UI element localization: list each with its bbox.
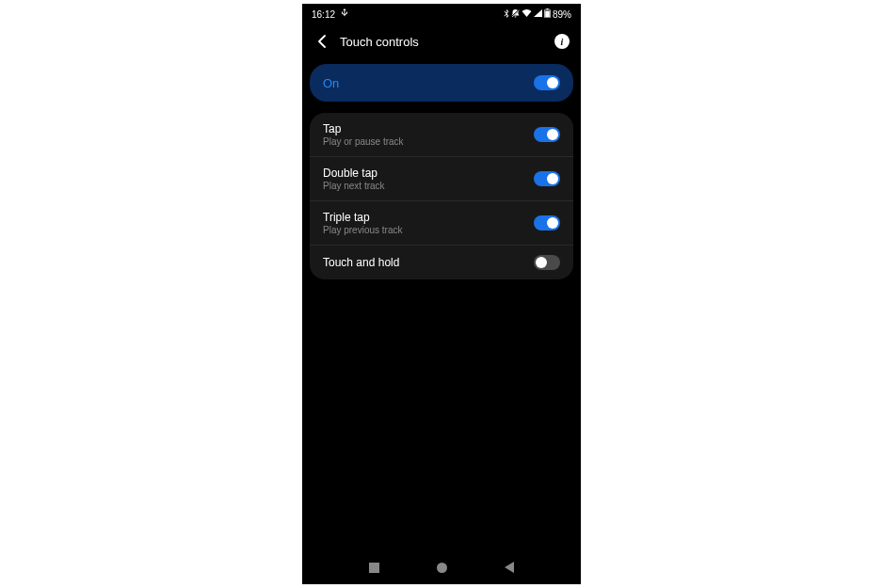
back-button[interactable]	[313, 34, 329, 49]
master-toggle-label: On	[323, 76, 339, 90]
status-time: 16:12	[312, 9, 335, 20]
nav-home-button[interactable]	[437, 563, 447, 573]
battery-icon	[544, 8, 551, 20]
battery-percent: 89%	[553, 9, 571, 20]
setting-description: Play next track	[323, 181, 385, 191]
toggle-knob	[547, 77, 558, 88]
setting-text: Double tap Play next track	[323, 167, 385, 191]
navigation-bar	[302, 550, 581, 584]
toggle-knob	[536, 257, 547, 268]
nav-back-button[interactable]	[505, 562, 514, 573]
status-left: 16:12	[312, 8, 348, 20]
master-toggle-row[interactable]: On	[310, 64, 573, 102]
setting-description: Play or pause track	[323, 136, 404, 147]
toggle-triple-tap[interactable]	[534, 215, 560, 230]
svg-rect-3	[546, 8, 548, 9]
signal-icon	[534, 9, 542, 19]
phone-screen: 16:12 89% Tou	[302, 4, 581, 584]
status-bar: 16:12 89%	[302, 4, 581, 24]
setting-row-triple-tap[interactable]: Triple tap Play previous track	[310, 201, 573, 246]
toggle-touch-hold[interactable]	[534, 255, 560, 270]
setting-row-double-tap[interactable]: Double tap Play next track	[310, 157, 573, 201]
toggle-knob	[547, 129, 558, 140]
setting-text: Touch and hold	[323, 256, 399, 269]
toggle-double-tap[interactable]	[534, 171, 560, 186]
setting-text: Triple tap Play previous track	[323, 211, 402, 235]
svg-rect-4	[545, 11, 550, 18]
settings-panel: Tap Play or pause track Double tap Play …	[310, 113, 573, 279]
setting-row-touch-hold[interactable]: Touch and hold	[310, 246, 573, 279]
setting-title: Triple tap	[323, 211, 402, 224]
app-header: Touch controls i	[302, 24, 581, 58]
setting-row-tap[interactable]: Tap Play or pause track	[310, 113, 573, 157]
master-toggle-switch[interactable]	[534, 75, 560, 90]
setting-description: Play previous track	[323, 225, 402, 235]
usb-icon	[341, 8, 348, 20]
page-title: Touch controls	[340, 35, 543, 49]
toggle-knob	[547, 173, 558, 184]
nav-recent-button[interactable]	[369, 563, 379, 573]
dnd-icon	[511, 9, 520, 20]
setting-title: Double tap	[323, 167, 385, 180]
setting-text: Tap Play or pause track	[323, 122, 404, 147]
content-area: On Tap Play or pause track Double tap Pl…	[302, 58, 581, 285]
toggle-knob	[547, 217, 558, 229]
toggle-tap[interactable]	[534, 127, 560, 142]
info-button[interactable]: i	[554, 34, 570, 49]
wifi-icon	[522, 9, 532, 19]
setting-title: Touch and hold	[323, 256, 399, 269]
bluetooth-icon	[504, 9, 509, 20]
status-right: 89%	[504, 8, 571, 20]
setting-title: Tap	[323, 122, 404, 135]
